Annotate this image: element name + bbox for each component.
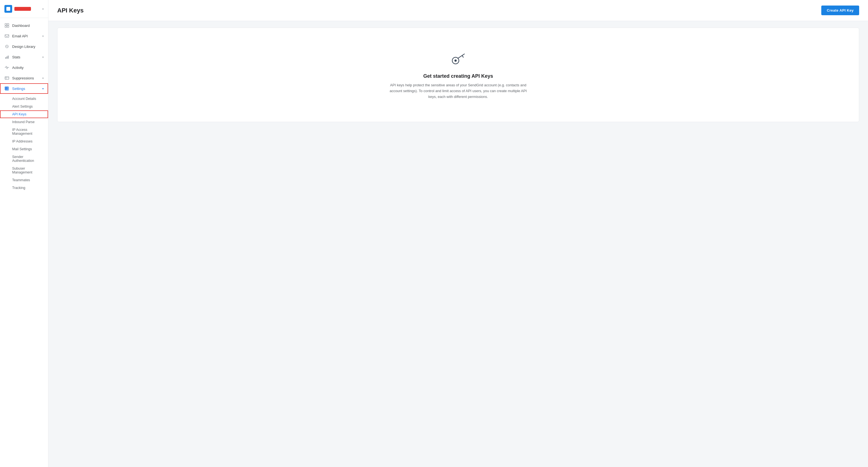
svg-point-23 — [455, 59, 457, 62]
topbar: API Keys Create API Key — [49, 0, 868, 21]
empty-state-title: Get started creating API Keys — [423, 73, 493, 79]
sidebar-item-stats[interactable]: Stats ▾ — [0, 52, 48, 62]
logo-icon — [4, 5, 12, 13]
create-api-key-button[interactable]: Create API Key — [821, 5, 859, 15]
svg-line-21 — [458, 54, 464, 58]
page-title: API Keys — [57, 7, 84, 14]
sidebar-item-label: Activity — [12, 65, 24, 70]
settings-sub-nav: Account Details Alert Settings API Keys … — [0, 94, 48, 193]
sidebar-item-label: Suppressions — [12, 76, 34, 80]
sidebar-item-label: Design Library — [12, 45, 35, 49]
svg-rect-1 — [7, 24, 9, 25]
svg-rect-3 — [7, 26, 9, 27]
sub-nav-item-ip-access-management[interactable]: IP Access Management — [0, 126, 48, 138]
email-api-chevron-icon: ▾ — [42, 35, 44, 38]
email-api-icon — [4, 33, 9, 38]
main-nav: Dashboard Email API ▾ Design Library — [0, 18, 48, 195]
suppressions-chevron-icon: ▾ — [42, 77, 44, 80]
settings-chevron-icon: ▾ — [42, 87, 44, 90]
logo-area[interactable]: ▾ — [0, 0, 48, 18]
empty-state-card: Get started creating API Keys API keys h… — [57, 28, 859, 122]
svg-rect-0 — [5, 24, 7, 25]
sub-nav-item-sender-authentication[interactable]: Sender Authentication — [0, 153, 48, 165]
activity-icon — [4, 65, 9, 70]
content-area: Get started creating API Keys API keys h… — [49, 21, 868, 467]
sidebar-item-email-api[interactable]: Email API ▾ — [0, 31, 48, 41]
sub-nav-item-account-details[interactable]: Account Details — [0, 95, 48, 103]
main-content: API Keys Create API Key Get started crea… — [49, 0, 868, 467]
settings-icon — [4, 86, 9, 91]
design-library-icon — [4, 44, 9, 49]
sidebar-item-activity[interactable]: Activity — [0, 62, 48, 73]
sub-nav-item-ip-addresses[interactable]: IP Addresses — [0, 138, 48, 145]
stats-chevron-icon: ▾ — [42, 56, 44, 59]
sub-nav-item-subuser-management[interactable]: Subuser Management — [0, 165, 48, 176]
sidebar-item-label: Stats — [12, 55, 21, 59]
stats-icon — [4, 55, 9, 59]
sub-nav-item-tracking[interactable]: Tracking — [0, 184, 48, 192]
svg-rect-2 — [5, 26, 7, 27]
sub-nav-item-inbound-parse[interactable]: Inbound Parse — [0, 118, 48, 126]
svg-rect-4 — [5, 35, 9, 37]
logo-text — [14, 7, 31, 11]
sidebar-item-settings[interactable]: Settings ▾ — [0, 83, 48, 94]
sidebar-item-label: Email API — [12, 34, 28, 38]
sub-nav-item-mail-settings[interactable]: Mail Settings — [0, 145, 48, 153]
key-icon — [450, 50, 467, 68]
sidebar-item-label: Dashboard — [12, 24, 30, 28]
sub-nav-item-api-keys[interactable]: API Keys — [0, 110, 48, 118]
svg-rect-6 — [5, 57, 6, 59]
svg-rect-9 — [5, 77, 9, 79]
svg-rect-7 — [7, 56, 7, 59]
suppressions-icon — [4, 76, 9, 81]
sidebar-item-design-library[interactable]: Design Library — [0, 41, 48, 52]
sidebar-item-label: Settings — [12, 87, 25, 91]
sub-nav-item-teammates[interactable]: Teammates — [0, 176, 48, 184]
sidebar-item-dashboard[interactable]: Dashboard — [0, 20, 48, 31]
sidebar-item-suppressions[interactable]: Suppressions ▾ — [0, 73, 48, 83]
sub-nav-item-alert-settings[interactable]: Alert Settings — [0, 103, 48, 110]
dashboard-icon — [4, 23, 9, 28]
sidebar: ▾ Dashboard Email API — [0, 0, 49, 467]
logo-chevron-icon: ▾ — [42, 7, 44, 10]
empty-state-description: API keys help protect the sensitive area… — [386, 83, 530, 99]
svg-line-22 — [462, 56, 463, 57]
svg-rect-8 — [8, 56, 8, 59]
